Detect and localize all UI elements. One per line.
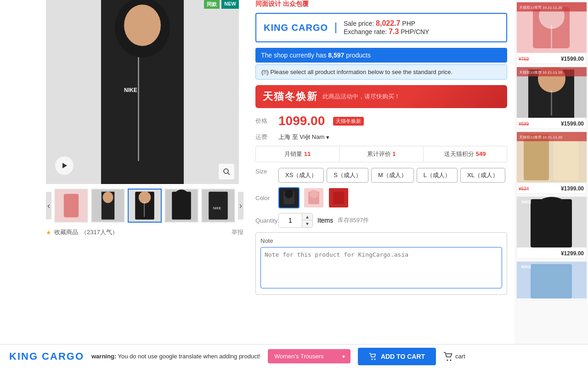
svg-point-56 — [371, 358, 373, 360]
sidebar-product-1[interactable]: 天猫双11推荐 10.21-11.20 ¥769 ¥1599.00 — [516, 2, 586, 64]
badge-same: 同款 — [204, 0, 220, 9]
svg-point-58 — [447, 359, 448, 361]
promo-text: 同面设计 出众包覆 — [255, 0, 507, 8]
right-sidebar: 天猫双11推荐 10.21-11.20 ¥769 ¥1599.00 天猫双11推… — [514, 0, 588, 368]
main-product-image: NIKE 同款 NEW — [46, 0, 239, 184]
svg-point-16 — [139, 191, 151, 203]
svg-point-51 — [537, 197, 566, 215]
note-label: Note — [260, 237, 502, 244]
cart-bag-icon — [443, 351, 453, 362]
svg-marker-6 — [62, 163, 67, 168]
product-detail: 同面设计 出众包覆 KING CARGO Sale price: 8,022.7… — [248, 0, 514, 368]
monthly-sales-value: 11 — [304, 150, 311, 157]
sidebar-product-4[interactable]: NIKE ¥1299.00 — [516, 196, 586, 259]
svg-text:天猫双11推荐 10.21-11.20: 天猫双11推荐 10.21-11.20 — [519, 6, 562, 10]
thumbnail-1[interactable] — [54, 189, 88, 223]
svg-point-57 — [374, 358, 375, 360]
exchange-unit: PHP/CNY — [401, 28, 429, 35]
price-value: 1099.00 — [278, 114, 325, 128]
size-xs[interactable]: XS（成人） — [278, 168, 324, 183]
svg-point-26 — [285, 190, 293, 198]
color-red[interactable] — [328, 187, 349, 208]
warning-prefix: warning: — [91, 353, 116, 360]
sidebar-product-3[interactable]: 天猫双11推荐 10.21-11.20 ¥634 ¥1399.00 — [516, 132, 586, 194]
shipping-label: 运费 — [255, 133, 274, 141]
price-info: Sale price: 8,022.7 PHP Exchange rate: 7… — [344, 19, 429, 36]
monthly-sales-label: 月销量 — [284, 150, 302, 157]
size-l[interactable]: L（成人） — [417, 168, 458, 183]
info-banner: The shop currently has 8,597 products — [255, 48, 507, 63]
product-image-area: NIKE 同款 NEW ‹ — [0, 0, 248, 368]
sidebar-price-row-2: ¥699 ¥1599.00 — [517, 119, 586, 128]
sidebar-new-price-3: ¥1399.00 — [561, 185, 584, 192]
note-box: Note — [255, 232, 507, 295]
bottom-bar: KING CARGO warning: You do not use googl… — [0, 344, 588, 368]
shipping-chevron: ▾ — [326, 134, 329, 141]
reviews-value: 1 — [392, 150, 396, 157]
thumbnail-2[interactable] — [91, 189, 125, 223]
thumbnail-4[interactable] — [164, 189, 198, 223]
points-stat: 送天猫积分 549 — [424, 146, 507, 162]
sidebar-new-price-2: ¥1599.00 — [561, 121, 584, 127]
bottom-warning: warning: You do not use google translate… — [91, 353, 260, 360]
note-textarea[interactable] — [260, 247, 502, 288]
thumbnail-row: ‹ NIKE — [46, 189, 243, 223]
qty-wrap: ▲ ▼ — [278, 213, 313, 228]
cart-button[interactable]: cart — [443, 351, 465, 362]
quantity-row: Quantity ▲ ▼ Items 库存8597件 — [255, 213, 507, 228]
size-label: Size — [255, 168, 274, 175]
qty-up[interactable]: ▲ — [302, 213, 312, 220]
sidebar-price-row-3: ¥634 ¥1399.00 — [517, 184, 586, 193]
sidebar-product-5[interactable]: NIKE — [516, 261, 586, 300]
svg-text:NIKE: NIKE — [213, 206, 221, 210]
size-s[interactable]: S（成人） — [327, 168, 368, 183]
favorite-count: （2317人气） — [81, 228, 118, 236]
size-m[interactable]: M（成人） — [371, 168, 414, 183]
add-to-cart-button[interactable]: ADD TO CART — [358, 348, 436, 365]
svg-point-59 — [450, 359, 452, 361]
sidebar-old-price-1: ¥769 — [519, 57, 529, 62]
exchange-label: Exchange rate: — [344, 28, 387, 35]
stock-text: 库存8597件 — [338, 216, 369, 224]
points-value: 549 — [476, 150, 486, 157]
sidebar-price-row-1: ¥769 ¥1599.00 — [517, 54, 586, 63]
price-label: 价格 — [255, 117, 274, 125]
play-button[interactable] — [55, 156, 74, 175]
promo-banner-sub: 此商品活动中，请尽快购买！ — [322, 92, 400, 101]
color-options — [278, 187, 349, 208]
color-pink[interactable] — [303, 187, 324, 208]
sale-price-currency: PHP — [402, 20, 415, 27]
info-note: (!!) Please select all product informati… — [255, 64, 507, 80]
svg-text:天猫双11推荐 10.21-11.20: 天猫双11推荐 10.21-11.20 — [519, 135, 562, 139]
seller-name: KING CARGO — [264, 23, 336, 33]
thumb-prev[interactable]: ‹ — [46, 192, 51, 219]
report-link[interactable]: 举报 — [232, 228, 243, 236]
quantity-label: Quantity — [255, 217, 274, 224]
shipping-select[interactable]: 上海 至 Việt Nam ▾ — [278, 133, 329, 141]
info-pre: The shop currently has — [261, 52, 328, 59]
svg-point-7 — [224, 169, 228, 173]
qty-arrows: ▲ ▼ — [302, 213, 312, 227]
main-container: NIKE 同款 NEW ‹ — [0, 0, 588, 368]
svg-rect-54 — [531, 264, 572, 299]
shipping-from: 上海 至 Việt Nam — [278, 133, 324, 141]
qty-down[interactable]: ▼ — [302, 220, 312, 227]
info-note-text: (!!) Please select all product informati… — [261, 69, 452, 75]
color-dark[interactable] — [278, 187, 300, 208]
seller-box: KING CARGO Sale price: 8,022.7 PHP Excha… — [255, 13, 507, 42]
sale-price-value: 8,022.7 — [376, 19, 400, 27]
reviews-stat: 累计评价 1 — [339, 146, 423, 162]
promo-banner: 天猫冬焕新 此商品活动中，请尽快购买！ — [255, 85, 507, 108]
color-row: Color — [255, 187, 507, 208]
thumbnail-5[interactable]: NIKE — [201, 189, 235, 223]
zoom-button[interactable] — [219, 164, 234, 179]
size-xl[interactable]: XL（成人） — [460, 168, 505, 183]
info-count: 8,597 — [328, 52, 344, 59]
category-dropdown[interactable]: Women's Trousers Men's Jackets Accessori… — [268, 349, 351, 363]
thumbnail-3[interactable] — [128, 189, 162, 223]
thumb-next[interactable]: › — [238, 192, 243, 219]
sidebar-product-2[interactable]: 天猫双11推荐 10.21-11.20 ¥699 ¥1599.00 — [516, 67, 586, 129]
quantity-input[interactable] — [279, 213, 302, 227]
sidebar-old-price-3: ¥634 — [519, 186, 529, 191]
stats-row: 月销量 11 累计评价 1 送天猫积分 549 — [255, 146, 507, 162]
